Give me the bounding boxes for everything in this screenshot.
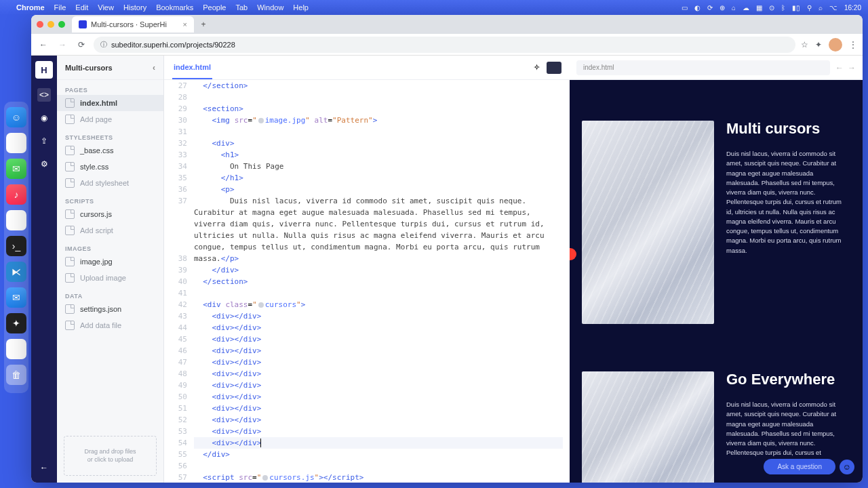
status-icon[interactable]: ⊙ (769, 4, 774, 12)
file-icon (65, 321, 75, 330)
share-icon[interactable]: ⇪ (37, 134, 51, 148)
maximize-window-button[interactable] (58, 21, 65, 28)
menu-help[interactable]: Help (293, 3, 309, 12)
live-preview: index.html ← → Multi cursors Duis nisl l… (570, 56, 863, 483)
sidebar-item-settings-json[interactable]: settings.json (57, 301, 163, 317)
profile-avatar[interactable] (829, 38, 842, 52)
status-icon[interactable]: ▭ (682, 4, 688, 12)
settings-icon[interactable]: ⚙ (37, 157, 51, 171)
menu-file[interactable]: File (54, 3, 66, 12)
menubar-app[interactable]: Chrome (16, 3, 45, 12)
code-view-icon[interactable]: <> (37, 88, 51, 102)
file-icon (65, 98, 75, 108)
lock-icon: ⓘ (100, 40, 107, 49)
dock-app-icon[interactable]: ⊞ (6, 339, 26, 359)
dock-vscode-icon[interactable]: ⧔ (6, 262, 26, 282)
sidebar-item-image-jpg[interactable]: image.jpg (57, 253, 163, 270)
spotlight-icon[interactable]: ⌕ (818, 4, 823, 12)
sidebar-item-cursors-js[interactable]: cursors.js (57, 206, 163, 222)
new-tab-button[interactable]: + (197, 18, 210, 31)
feedback-icon[interactable]: ☺ (840, 460, 854, 474)
status-icon[interactable]: ᛒ (781, 4, 785, 12)
status-icon[interactable]: ☁ (743, 4, 749, 12)
reload-button[interactable]: ⟳ (75, 38, 88, 52)
url-bar: ← → ⟳ ⓘ subeditor.superhi.com/projects/9… (31, 34, 863, 56)
dock-slack-icon[interactable]: ✱ (6, 210, 26, 230)
preview-image (582, 121, 714, 324)
dock-trash-icon[interactable]: 🗑 (6, 365, 26, 385)
minimize-window-button[interactable] (47, 21, 54, 28)
control-center-icon[interactable]: ⌥ (829, 4, 837, 12)
magic-wand-icon[interactable]: ✧ (534, 63, 540, 72)
menu-edit[interactable]: Edit (75, 3, 88, 12)
browser-window: Multi-cursors · SuperHi × + ← → ⟳ ⓘ sube… (31, 15, 863, 483)
preview-toolbar: index.html ← → (570, 56, 863, 80)
address-input[interactable]: ⓘ subeditor.superhi.com/projects/90228 (94, 37, 795, 53)
file-icon (65, 146, 75, 155)
close-window-button[interactable] (37, 21, 43, 28)
back-icon[interactable]: ← (37, 461, 51, 474)
star-icon[interactable]: ☆ (801, 40, 808, 49)
menu-people[interactable]: People (203, 3, 226, 12)
tab-title: Multi-cursors · SuperHi (91, 20, 167, 28)
sidebar-item-index-html[interactable]: index.html (57, 95, 163, 111)
back-button[interactable]: ← (37, 38, 50, 52)
preview-forward-icon[interactable]: → (848, 63, 856, 73)
browser-tab[interactable]: Multi-cursors · SuperHi × (72, 16, 194, 33)
dock-music-icon[interactable]: ♪ (6, 184, 26, 205)
preview-back-icon[interactable]: ← (835, 63, 844, 73)
status-icon[interactable]: ⊕ (719, 4, 725, 12)
wifi-icon[interactable]: ⚲ (807, 4, 812, 12)
code-source[interactable]: </section> <section> <img src="image.jpg… (194, 80, 570, 483)
add-data-file-button[interactable]: Add data file (57, 317, 163, 333)
preview-icon[interactable]: ◉ (37, 111, 51, 125)
dock-mail-icon[interactable]: ✉ (6, 287, 26, 308)
dock-figma-icon[interactable]: ✦ (6, 313, 26, 333)
macos-dock: ☺ ◉ ✉ ♪ ✱ ›_ ⧔ ✉ ✦ ⊞ 🗑 (4, 102, 28, 393)
line-gutter: 2728293031323334353637383940414243444546… (164, 80, 194, 483)
superhi-logo[interactable]: H (35, 61, 53, 79)
status-icon[interactable]: ◐ (694, 4, 701, 12)
dock-terminal-icon[interactable]: ›_ (6, 236, 26, 256)
preview-heading: Go Everywhere (726, 371, 844, 388)
forward-button[interactable]: → (56, 38, 69, 52)
close-tab-icon[interactable]: × (183, 20, 187, 28)
menu-icon[interactable]: ⋮ (849, 40, 857, 49)
preview-heading: Multi cursors (726, 121, 844, 137)
preview-address[interactable]: index.html (576, 60, 830, 75)
menu-view[interactable]: View (98, 3, 114, 12)
status-icon[interactable]: ▦ (756, 4, 762, 12)
code-area[interactable]: 2728293031323334353637383940414243444546… (164, 80, 570, 483)
collapse-sidebar-icon[interactable]: ‹ (153, 63, 155, 73)
menubar-clock[interactable]: 16:20 (844, 4, 861, 12)
sidebar-item-base-css[interactable]: _base.css (57, 142, 163, 159)
cursor-dot (570, 248, 576, 260)
ask-question-button[interactable]: Ask a question (764, 459, 835, 474)
menu-bookmarks[interactable]: Bookmarks (156, 3, 193, 12)
add-script-button[interactable]: Add script (57, 222, 163, 239)
file-icon (65, 115, 75, 124)
section-pages: PAGES (57, 80, 163, 95)
battery-icon[interactable]: ▮▯ (792, 4, 800, 12)
layout-toggle-icon[interactable] (547, 62, 561, 74)
menu-window[interactable]: Window (257, 3, 283, 12)
dock-messages-icon[interactable]: ✉ (6, 159, 26, 179)
editor-tab-index-html[interactable]: index.html (172, 56, 212, 79)
status-icon[interactable]: ⌂ (732, 4, 736, 12)
menu-tab[interactable]: Tab (235, 3, 248, 12)
add-page-button[interactable]: Add page (57, 111, 163, 127)
project-header: Multi-cursors ‹ (57, 56, 163, 80)
file-icon (65, 162, 75, 171)
favicon-icon (79, 20, 87, 28)
menu-history[interactable]: History (123, 3, 146, 12)
dock-chrome-icon[interactable]: ◉ (6, 133, 26, 153)
sidebar-item-style-css[interactable]: style.css (57, 159, 163, 175)
preview-body[interactable]: Multi cursors Duis nisl lacus, viverra i… (570, 80, 863, 483)
file-dropzone[interactable]: Drag and drop files or click to upload (64, 436, 157, 476)
upload-image-button[interactable]: Upload image (57, 270, 163, 286)
add-stylesheet-button[interactable]: Add stylesheet (57, 175, 163, 191)
status-icon[interactable]: ⟳ (707, 4, 713, 12)
dock-finder-icon[interactable]: ☺ (6, 107, 26, 127)
extensions-icon[interactable]: ✦ (815, 40, 822, 49)
editor-tabs: index.html ✧ (164, 56, 570, 80)
